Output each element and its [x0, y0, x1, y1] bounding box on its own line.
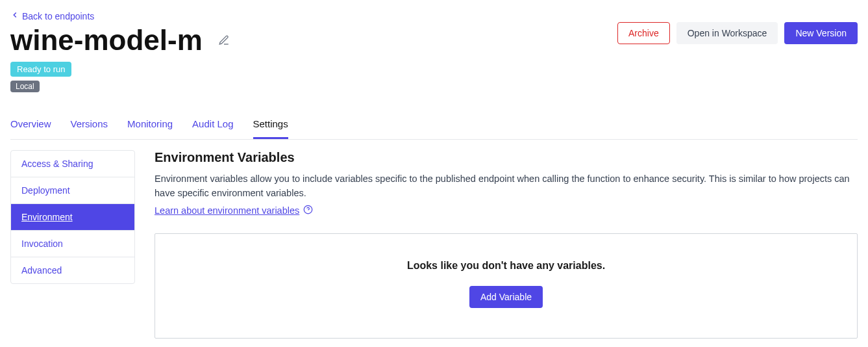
tab-audit-log[interactable]: Audit Log: [192, 118, 233, 139]
tabs: Overview Versions Monitoring Audit Log S…: [10, 118, 858, 140]
status-badge: Ready to run: [10, 62, 71, 77]
header-actions: Archive Open in Workspace New Version: [617, 22, 858, 44]
side-nav-deployment[interactable]: Deployment: [11, 177, 134, 204]
tab-versions[interactable]: Versions: [71, 118, 108, 139]
empty-message: Looks like you don't have any variables.: [407, 260, 605, 272]
learn-link-label: Learn about environment variables: [155, 205, 299, 216]
side-nav-environment[interactable]: Environment: [11, 204, 134, 231]
pencil-icon: [218, 34, 230, 46]
side-nav-advanced[interactable]: Advanced: [11, 257, 134, 283]
side-nav-invocation[interactable]: Invocation: [11, 231, 134, 257]
edit-title-button[interactable]: [218, 34, 230, 46]
back-link-label: Back to endpoints: [22, 11, 94, 21]
endpoint-title: wine-model-m: [10, 24, 203, 57]
help-circle-icon: [303, 205, 313, 216]
settings-side-nav: Access & Sharing Deployment Environment …: [10, 150, 135, 284]
chevron-left-icon: [10, 10, 19, 21]
scope-badge: Local: [10, 81, 40, 92]
section-title: Environment Variables: [155, 150, 858, 165]
tab-overview[interactable]: Overview: [10, 118, 51, 139]
tab-monitoring[interactable]: Monitoring: [127, 118, 173, 139]
new-version-button[interactable]: New Version: [784, 22, 858, 44]
side-nav-access-sharing[interactable]: Access & Sharing: [11, 151, 134, 177]
back-to-endpoints-link[interactable]: Back to endpoints: [10, 10, 94, 21]
add-variable-button[interactable]: Add Variable: [469, 286, 543, 308]
learn-env-vars-link[interactable]: Learn about environment variables: [155, 205, 313, 216]
settings-content: Environment Variables Environment variab…: [155, 150, 858, 339]
tab-settings[interactable]: Settings: [253, 118, 288, 139]
section-description: Environment variables allow you to inclu…: [155, 172, 858, 201]
open-workspace-button[interactable]: Open in Workspace: [676, 22, 778, 44]
archive-button[interactable]: Archive: [617, 22, 670, 44]
env-vars-empty-state: Looks like you don't have any variables.…: [155, 233, 858, 339]
